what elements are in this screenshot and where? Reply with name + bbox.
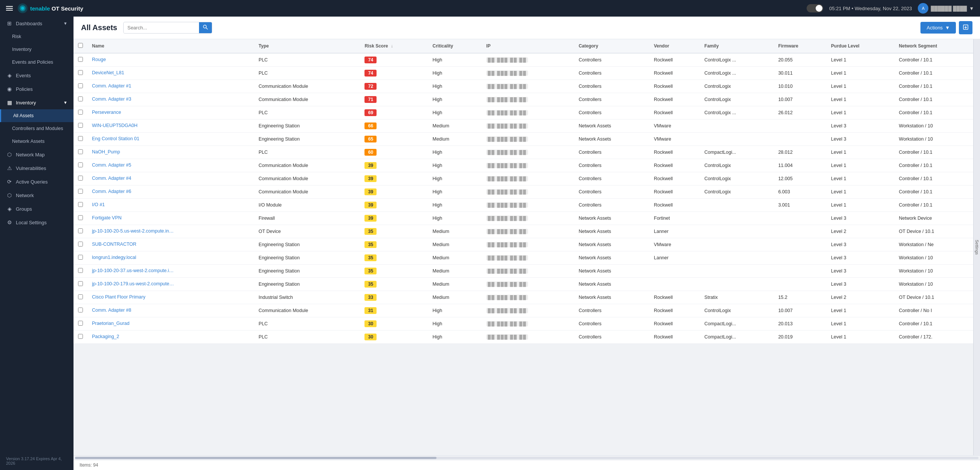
th-risk-score[interactable]: Risk Score ↓ xyxy=(360,39,428,53)
cell-type: Industrial Switch xyxy=(254,291,360,304)
th-criticality[interactable]: Criticality xyxy=(428,39,482,53)
asset-link-20[interactable]: Praetorian_Gurad xyxy=(92,321,129,326)
sidebar-item-network-map[interactable]: ⬡ Network Map xyxy=(0,148,73,161)
asset-link-12[interactable]: Fortigate VPN xyxy=(92,215,122,220)
row-checkbox-3[interactable] xyxy=(78,97,83,101)
row-checkbox-8[interactable] xyxy=(78,163,83,167)
sidebar-item-events-policies[interactable]: Events and Policies xyxy=(0,56,73,69)
cell-risk-score: 30 xyxy=(360,317,428,331)
asset-link-14[interactable]: SUB-CONTRACTOR xyxy=(92,242,137,247)
cell-type: Communication Module xyxy=(254,185,360,199)
asset-link-9[interactable]: Comm. Adapter #4 xyxy=(92,176,131,181)
theme-toggle[interactable] xyxy=(807,4,823,13)
row-checkbox-15[interactable] xyxy=(78,255,83,260)
sidebar-item-inventory[interactable]: ▦ Inventory ▼ xyxy=(0,96,73,109)
asset-link-5[interactable]: WIN-UEUPT5DGA0H xyxy=(92,123,138,128)
cell-criticality: Medium xyxy=(428,225,482,238)
th-family[interactable]: Family xyxy=(700,39,774,53)
cell-risk-score: 72 xyxy=(360,80,428,93)
asset-link-6[interactable]: Eng Control Station 01 xyxy=(92,136,140,141)
ip-value-20: ██ ███ ██ ██ xyxy=(486,321,528,327)
row-checkbox-5[interactable] xyxy=(78,123,83,128)
sidebar-item-controllers-modules[interactable]: Controllers and Modules xyxy=(0,122,73,135)
row-checkbox-14[interactable] xyxy=(78,242,83,247)
asset-link-1[interactable]: DeviceNet_L81 xyxy=(92,70,124,75)
asset-link-8[interactable]: Comm. Adapter #5 xyxy=(92,163,131,168)
th-category[interactable]: Category xyxy=(574,39,649,53)
row-checkbox-4[interactable] xyxy=(78,110,83,115)
th-firmware[interactable]: Firmware xyxy=(774,39,827,53)
row-checkbox-13[interactable] xyxy=(78,228,83,233)
user-name: ██████ ████ xyxy=(931,6,967,11)
asset-link-13[interactable]: jp-10-100-20-5.us-west-2.compute.inter..… xyxy=(92,228,175,234)
th-type[interactable]: Type xyxy=(254,39,360,53)
asset-link-15[interactable]: longrun1.indegy.local xyxy=(92,255,136,260)
asset-link-3[interactable]: Comm. Adapter #3 xyxy=(92,97,131,102)
row-checkbox-0[interactable] xyxy=(78,57,83,62)
select-all-checkbox[interactable] xyxy=(78,43,83,48)
sidebar-item-dashboards[interactable]: ⊞ Dashboards ▼ xyxy=(0,17,73,30)
sidebar-item-groups[interactable]: ◈ Groups xyxy=(0,202,73,215)
search-input[interactable] xyxy=(124,22,199,33)
row-checkbox-11[interactable] xyxy=(78,202,83,207)
ip-value-10: ██ ███ ██ ██ xyxy=(486,189,528,194)
asset-link-21[interactable]: Packaging_2 xyxy=(92,334,119,339)
sidebar-item-active-queries[interactable]: ⟳ Active Queries xyxy=(0,175,73,188)
asset-link-11[interactable]: I/O #1 xyxy=(92,202,105,207)
asset-link-19[interactable]: Comm. Adapter #8 xyxy=(92,307,131,313)
sidebar-item-all-assets[interactable]: All Assets xyxy=(0,109,73,122)
user-chevron[interactable]: ▼ xyxy=(969,6,974,11)
horizontal-scrollbar[interactable] xyxy=(73,455,980,460)
sidebar-item-events[interactable]: ◈ Events xyxy=(0,69,73,82)
sidebar-item-inventory-sub[interactable]: Inventory xyxy=(0,43,73,56)
asset-link-2[interactable]: Comm. Adapter #1 xyxy=(92,83,131,89)
th-network-segment[interactable]: Network Segment xyxy=(894,39,980,53)
sidebar-item-vulnerabilities[interactable]: ⚠ Vulnerabilities xyxy=(0,161,73,175)
th-purdue-level[interactable]: Purdue Level xyxy=(827,39,894,53)
row-checkbox-7[interactable] xyxy=(78,149,83,154)
row-checkbox-16[interactable] xyxy=(78,268,83,273)
asset-link-4[interactable]: Perseverance xyxy=(92,110,121,115)
asset-link-0[interactable]: Rouge xyxy=(92,57,106,62)
row-checkbox-6[interactable] xyxy=(78,136,83,141)
settings-panel[interactable]: Settings xyxy=(973,39,980,455)
row-checkbox-2[interactable] xyxy=(78,83,83,88)
sidebar-item-local-settings[interactable]: ⚙ Local Settings xyxy=(0,215,73,229)
dashboards-chevron: ▼ xyxy=(63,21,67,25)
cell-category: Controllers xyxy=(574,146,649,159)
hamburger-menu[interactable] xyxy=(6,6,13,11)
row-checkbox-18[interactable] xyxy=(78,294,83,299)
ip-value-16: ██ ███ ██ ██ xyxy=(486,268,528,274)
asset-link-17[interactable]: jp-10-100-20-179.us-west-2.compute.int..… xyxy=(92,281,175,287)
row-checkbox-1[interactable] xyxy=(78,70,83,75)
search-button[interactable] xyxy=(199,22,212,33)
cell-type: Communication Module xyxy=(254,304,360,317)
row-checkbox-20[interactable] xyxy=(78,321,83,326)
cell-vendor: Rockwell xyxy=(649,80,700,93)
cell-category: Network Assets xyxy=(574,119,649,133)
asset-link-10[interactable]: Comm. Adapter #6 xyxy=(92,189,131,194)
th-name[interactable]: Name xyxy=(88,39,254,53)
row-checkbox-19[interactable] xyxy=(78,307,83,312)
th-vendor[interactable]: Vendor xyxy=(649,39,700,53)
risk-badge-10: 39 xyxy=(364,188,377,195)
row-checkbox-9[interactable] xyxy=(78,176,83,180)
row-checkbox-10[interactable] xyxy=(78,189,83,194)
asset-link-18[interactable]: Cisco Plant Floor Primary xyxy=(92,294,145,300)
sidebar-item-network[interactable]: ⬡ Network xyxy=(0,188,73,202)
th-ip[interactable]: IP xyxy=(482,39,574,53)
table-container[interactable]: Settings Name Type Risk Score ↓ Critical… xyxy=(73,39,980,455)
asset-link-16[interactable]: jp-10-100-20-37.us-west-2.compute.inter.… xyxy=(92,268,175,273)
asset-link-7[interactable]: NaOH_Pump xyxy=(92,149,120,155)
row-checkbox-17[interactable] xyxy=(78,281,83,286)
sidebar-item-network-assets[interactable]: Network Assets xyxy=(0,135,73,148)
table-row: SUB-CONTRACTOR Engineering Station 35 Me… xyxy=(73,238,980,252)
export-button[interactable] xyxy=(959,21,972,34)
risk-badge-8: 39 xyxy=(364,162,377,169)
cell-firmware xyxy=(774,119,827,133)
sidebar-item-risk[interactable]: Risk xyxy=(0,30,73,43)
row-checkbox-12[interactable] xyxy=(78,215,83,220)
sidebar-item-policies[interactable]: ◉ Policies xyxy=(0,82,73,96)
row-checkbox-21[interactable] xyxy=(78,334,83,339)
actions-button[interactable]: Actions ▼ xyxy=(920,22,956,33)
